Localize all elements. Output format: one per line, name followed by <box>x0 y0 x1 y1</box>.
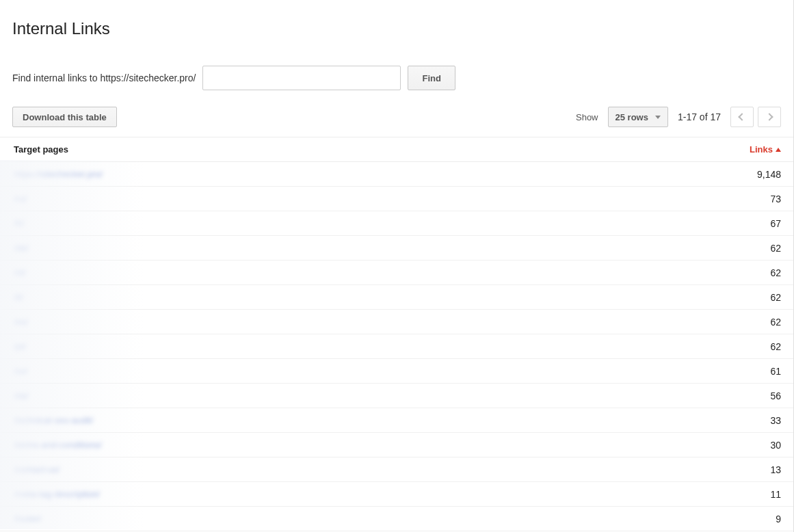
sort-asc-icon <box>776 148 781 152</box>
chevron-down-icon <box>655 116 661 119</box>
col-links[interactable]: Links <box>750 144 781 155</box>
pager-prev-button[interactable] <box>730 107 754 127</box>
target-page-cell[interactable]: /da/ <box>14 390 29 401</box>
links-count-cell: 73 <box>770 194 781 204</box>
target-page-cell[interactable]: /it/ <box>14 292 23 302</box>
table-row[interactable]: /es/62 <box>0 310 793 334</box>
toolbar: Download this table Show 25 rows 1-17 of… <box>0 107 793 137</box>
links-count-cell: 62 <box>770 341 781 352</box>
table-row[interactable]: /da/56 <box>0 384 793 408</box>
links-count-cell: 13 <box>770 464 781 475</box>
links-count-cell: 11 <box>770 489 781 500</box>
pager-range: 1-17 of 17 <box>678 111 721 122</box>
col-target-pages[interactable]: Target pages <box>14 144 68 155</box>
col-links-label: Links <box>750 144 773 155</box>
target-page-cell[interactable]: /sv/ <box>14 366 27 376</box>
links-count-cell: 67 <box>770 218 781 229</box>
rows-select-value: 25 rows <box>616 112 648 122</box>
links-count-cell: 56 <box>770 390 781 401</box>
target-page-cell[interactable]: /contact-us/ <box>14 464 59 475</box>
search-row: Find internal links to https://sitecheck… <box>12 66 793 90</box>
links-count-cell: 62 <box>770 317 781 328</box>
links-count-cell: 9,148 <box>757 169 781 180</box>
links-count-cell: 61 <box>770 366 781 377</box>
target-page-cell[interactable]: /fr/ <box>14 218 24 228</box>
table-row[interactable]: /technical-seo-audit/33 <box>0 408 793 433</box>
table-row[interactable]: /footer/9 <box>0 507 793 531</box>
links-count-cell: 9 <box>776 514 781 524</box>
table-row[interactable]: /pt/62 <box>0 334 793 359</box>
pager-next-button[interactable] <box>758 107 781 127</box>
target-page-cell[interactable]: /es/ <box>14 317 28 327</box>
target-page-cell[interactable]: /ru/ <box>14 194 27 204</box>
table-row[interactable]: /ru/73 <box>0 187 793 211</box>
table-row[interactable]: /contact-us/13 <box>0 457 793 482</box>
table-body: https://sitechecker.pro/9,148/ru/73/fr/6… <box>0 162 793 531</box>
show-label: Show <box>576 112 598 122</box>
table-row[interactable]: /meta-tag-description/11 <box>0 482 793 507</box>
table-row[interactable]: /de/62 <box>0 236 793 261</box>
table-row[interactable]: /terms-and-conditions/30 <box>0 433 793 457</box>
links-count-cell: 33 <box>770 415 781 426</box>
page-title: Internal Links <box>12 19 793 38</box>
target-page-cell[interactable]: /meta-tag-description/ <box>14 489 100 499</box>
search-label: Find internal links to https://sitecheck… <box>12 72 196 83</box>
target-page-cell[interactable]: /de/ <box>14 243 29 253</box>
chevron-left-icon <box>738 113 745 120</box>
target-page-cell[interactable]: /terms-and-conditions/ <box>14 440 102 450</box>
right-controls: Show 25 rows 1-17 of 17 <box>576 107 781 127</box>
search-input[interactable] <box>202 66 401 90</box>
table-row[interactable]: /sv/61 <box>0 359 793 384</box>
table-row[interactable]: https://sitechecker.pro/9,148 <box>0 162 793 187</box>
links-count-cell: 62 <box>770 267 781 278</box>
target-page-cell[interactable]: /pt/ <box>14 341 26 351</box>
links-count-cell: 62 <box>770 292 781 303</box>
table-header: Target pages Links <box>0 137 793 162</box>
links-count-cell: 30 <box>770 440 781 451</box>
target-page-cell[interactable]: /nl/ <box>14 267 25 278</box>
find-button[interactable]: Find <box>408 66 455 90</box>
target-page-cell[interactable]: /technical-seo-audit/ <box>14 415 93 425</box>
download-button[interactable]: Download this table <box>12 107 117 127</box>
table-row[interactable]: /it/62 <box>0 285 793 310</box>
target-page-cell[interactable]: /footer/ <box>14 514 41 524</box>
target-page-cell[interactable]: https://sitechecker.pro/ <box>14 169 103 179</box>
pager-buttons <box>730 107 781 127</box>
rows-select[interactable]: 25 rows <box>608 107 668 127</box>
chevron-right-icon <box>765 113 773 120</box>
table-row[interactable]: /fr/67 <box>0 211 793 236</box>
table-row[interactable]: /nl/62 <box>0 261 793 285</box>
links-count-cell: 62 <box>770 243 781 254</box>
